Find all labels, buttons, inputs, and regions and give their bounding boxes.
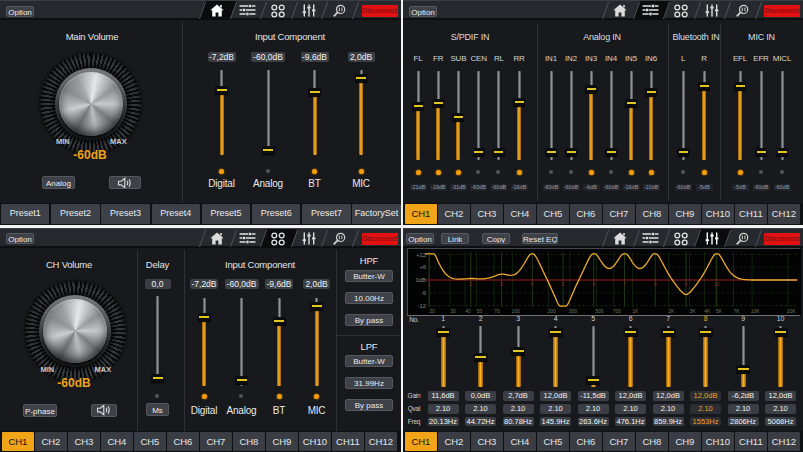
svg-text:7K: 7K — [733, 308, 740, 314]
svg-text:20: 20 — [429, 308, 435, 314]
svg-text:10: 10 — [714, 281, 720, 286]
svg-text:700: 700 — [613, 308, 622, 314]
svg-text:40: 40 — [465, 308, 471, 314]
svg-text:50: 50 — [477, 308, 483, 314]
svg-text:500: 500 — [595, 308, 604, 314]
svg-text:10K: 10K — [751, 308, 761, 314]
svg-text:5K: 5K — [716, 308, 723, 314]
svg-text:300: 300 — [569, 308, 578, 314]
svg-text:3K: 3K — [689, 308, 696, 314]
svg-text:1K: 1K — [632, 308, 639, 314]
svg-text:70: 70 — [494, 308, 500, 314]
svg-text:30: 30 — [450, 308, 456, 314]
svg-text:200: 200 — [548, 308, 557, 314]
svg-text:20K: 20K — [787, 308, 797, 314]
svg-text:+12: +12 — [416, 251, 426, 257]
svg-text:100: 100 — [512, 308, 521, 314]
svg-text:4K: 4K — [704, 308, 711, 314]
svg-text:+6: +6 — [419, 264, 426, 270]
svg-text:2K: 2K — [668, 308, 675, 314]
svg-text:0dB: 0dB — [416, 277, 426, 283]
svg-text:-6: -6 — [421, 289, 426, 295]
svg-text:-12: -12 — [418, 302, 426, 308]
